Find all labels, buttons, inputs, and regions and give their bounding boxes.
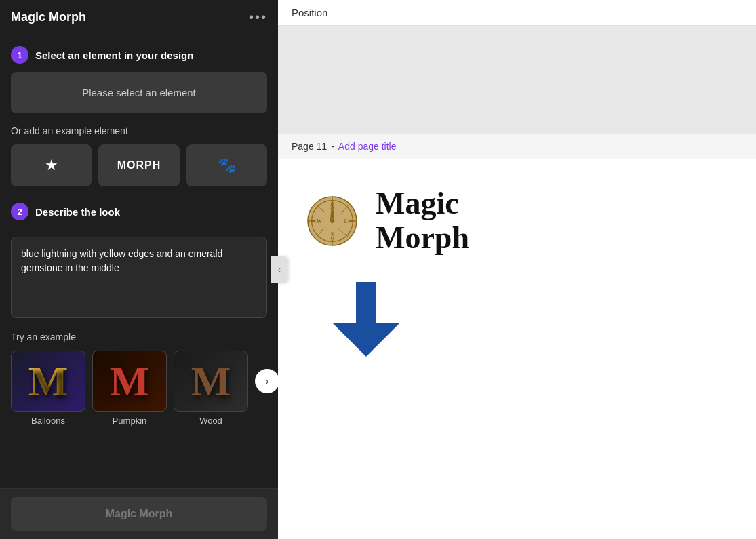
example-thumbnails: M Balloons M Pumpkin M Wood ›: [11, 351, 267, 426]
panel-footer: Magic Morph: [0, 488, 278, 539]
wood-letter: M: [191, 357, 231, 405]
next-examples-button[interactable]: ›: [255, 369, 278, 393]
canvas-white: N S E W Magic Morph: [278, 159, 756, 539]
example-pumpkin[interactable]: M Pumpkin: [92, 351, 167, 426]
step2-section: 2 Describe the look: [11, 203, 267, 321]
morph-text-label: MORPH: [117, 159, 161, 172]
example-balloons[interactable]: M Balloons: [11, 351, 85, 426]
balloons-label: Balloons: [31, 416, 65, 426]
main-title-line2: Morph: [376, 221, 469, 256]
position-tab[interactable]: Position: [292, 7, 327, 18]
down-arrow-icon: [332, 282, 400, 359]
svg-rect-21: [356, 282, 376, 330]
top-gray-strip: [278, 26, 756, 134]
step2-label: Describe the look: [35, 206, 120, 218]
main-title-line1: Magic: [376, 186, 469, 221]
magic-morph-button[interactable]: Magic Morph: [11, 497, 267, 531]
select-element-button[interactable]: Please select an element: [11, 72, 267, 113]
step1-label: Select an element in your design: [35, 49, 193, 61]
panel-content: 1 Select an element in your design Pleas…: [0, 35, 278, 488]
pumpkin-thumbnail[interactable]: M: [92, 351, 167, 412]
describe-textarea[interactable]: [11, 237, 267, 318]
left-panel: Magic Morph ••• 1 Select an element in y…: [0, 0, 278, 539]
svg-text:E: E: [344, 218, 347, 224]
paw-symbol: 🐾: [218, 157, 236, 174]
balloons-thumbnail[interactable]: M: [11, 351, 85, 412]
panel-header: Magic Morph •••: [0, 0, 278, 35]
step2-row: 2 Describe the look: [11, 203, 267, 220]
compass-icon: N S E W: [305, 194, 359, 248]
collapse-panel-handle[interactable]: ‹: [271, 256, 287, 283]
svg-text:N: N: [330, 204, 334, 210]
step1-badge: 1: [11, 46, 28, 64]
chevron-left-icon: ‹: [278, 265, 281, 275]
star-element-button[interactable]: ★: [11, 144, 92, 186]
wood-thumbnail[interactable]: M: [174, 351, 248, 412]
try-example-label: Try an example: [11, 332, 267, 342]
right-panel: Position Page 11 - Add page title: [278, 0, 756, 539]
more-options-button[interactable]: •••: [249, 9, 267, 25]
page-number: Page 11: [292, 141, 327, 152]
wood-label: Wood: [199, 416, 222, 426]
panel-title: Magic Morph: [11, 10, 86, 24]
right-header: Position: [278, 0, 756, 26]
canvas-area: Page 11 - Add page title: [278, 26, 756, 539]
pumpkin-label: Pumpkin: [113, 416, 147, 426]
canvas-content-row: N S E W Magic Morph: [305, 186, 469, 255]
step2-badge: 2: [11, 203, 28, 220]
pumpkin-letter: M: [110, 357, 150, 405]
svg-text:S: S: [331, 231, 334, 237]
balloons-letter: M: [28, 357, 68, 405]
add-page-title-link[interactable]: Add page title: [338, 141, 397, 152]
page-separator: -: [331, 141, 334, 152]
step1-row: 1 Select an element in your design: [11, 46, 267, 64]
svg-text:W: W: [317, 218, 322, 224]
svg-marker-22: [332, 323, 400, 357]
example-elements-row: ★ MORPH 🐾: [11, 144, 267, 186]
star-symbol: ★: [45, 157, 58, 174]
or-add-label: Or add an example element: [11, 125, 267, 136]
morph-text-element-button[interactable]: MORPH: [98, 144, 179, 186]
page-info-bar: Page 11 - Add page title: [278, 134, 756, 159]
paw-element-button[interactable]: 🐾: [186, 144, 267, 186]
main-title: Magic Morph: [376, 186, 469, 255]
example-wood[interactable]: M Wood: [174, 351, 248, 426]
